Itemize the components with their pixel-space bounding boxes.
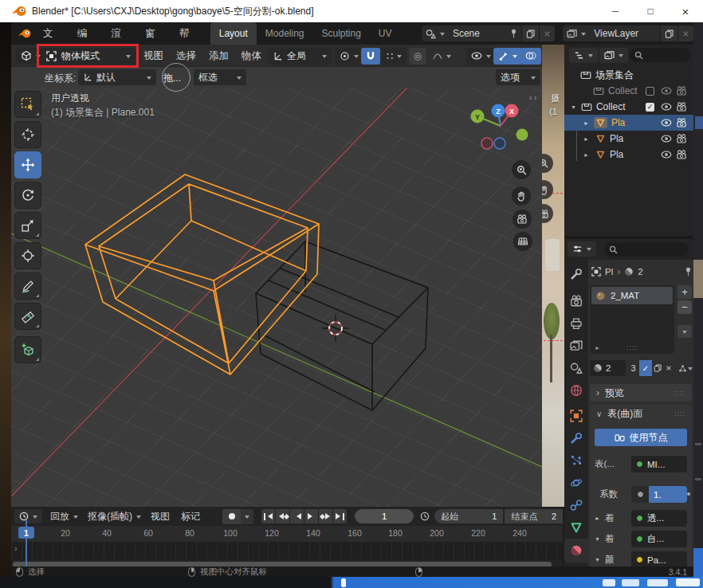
strip-zoom-button[interactable]	[542, 154, 553, 173]
strip-camera-button[interactable]	[542, 204, 553, 223]
ortho-toggle-button[interactable]	[513, 232, 532, 251]
menu-add[interactable]: 添加	[209, 49, 229, 63]
viewlayer-new-button[interactable]	[660, 25, 677, 41]
slot-remove-button[interactable]: −	[677, 300, 692, 314]
pan-button[interactable]	[512, 186, 531, 206]
expand-caret-icon[interactable]: ►	[583, 120, 589, 126]
exclude-checkbox[interactable]: ✓	[646, 103, 654, 112]
prev-keyframe-button[interactable]	[276, 509, 289, 523]
surface-shader-value[interactable]: MI...	[631, 456, 687, 472]
proportional-toggle[interactable]: ◎	[409, 48, 426, 65]
record-button[interactable]	[222, 509, 241, 524]
viewlayer-remove-button[interactable]	[677, 25, 693, 41]
panel-grip[interactable]: ::::	[674, 389, 685, 397]
outliner-row-collection[interactable]: ▼ Collect ✓	[564, 99, 693, 115]
fake-user-toggle[interactable]: ✓	[639, 360, 652, 376]
menu-window[interactable]: 窗口	[137, 22, 171, 45]
visibility-dropdown[interactable]	[466, 48, 496, 65]
next-keyframe-button[interactable]	[319, 509, 332, 523]
menu-view[interactable]: 视图	[151, 510, 170, 523]
slot-specials-button[interactable]	[677, 325, 692, 338]
camera-view-button[interactable]	[513, 210, 532, 229]
panel-preview-header[interactable]: › 预览 ::::	[590, 384, 692, 402]
eye-icon[interactable]	[661, 151, 672, 159]
breadcrumb-data[interactable]: 2	[638, 267, 642, 276]
tab-modifiers[interactable]	[570, 432, 583, 445]
box-select-dropdown[interactable]: 框选	[194, 69, 246, 85]
timeline-tracks[interactable]: ›	[11, 542, 563, 559]
unlink-material-button[interactable]	[664, 360, 674, 376]
current-frame-field[interactable]: 1	[355, 509, 414, 523]
camera-restrict-icon[interactable]	[676, 150, 687, 159]
gizmo-dropdown[interactable]	[493, 48, 522, 65]
playhead-badge[interactable]: 1	[18, 527, 34, 539]
coord-system-dropdown[interactable]: 默认	[78, 69, 156, 85]
maximize-button[interactable]: □	[633, 0, 668, 22]
secondary-viewport-strip[interactable]: 摄 (1	[542, 45, 564, 507]
close-button[interactable]: ×	[668, 0, 703, 22]
material-name-field[interactable]: 2	[590, 360, 626, 376]
exclude-checkbox[interactable]	[646, 87, 654, 96]
shader-value[interactable]: 透...	[631, 510, 687, 527]
menu-render[interactable]: 渲染	[104, 22, 138, 45]
tab-object-data[interactable]	[570, 521, 583, 534]
pin-icon[interactable]	[510, 29, 517, 38]
material-slot-item[interactable]: 2_MAT	[591, 287, 673, 304]
tab-output[interactable]	[570, 317, 583, 330]
tool-scale[interactable]	[14, 212, 41, 239]
viewlayer-browse-button[interactable]	[563, 25, 590, 41]
scene-browse-button[interactable]	[422, 25, 449, 41]
tab-material[interactable]	[570, 544, 583, 557]
use-nodes-button[interactable]: 使用节点	[595, 429, 687, 446]
menu-playback[interactable]: 回放	[50, 510, 78, 523]
expand-caret-icon[interactable]: ►	[595, 515, 600, 521]
menu-edit[interactable]: 编辑	[69, 22, 104, 45]
play-button[interactable]	[304, 509, 318, 523]
play-reverse-button[interactable]	[290, 509, 304, 523]
tab-particles[interactable]	[570, 454, 583, 467]
menu-help[interactable]: 帮助	[171, 22, 206, 45]
tool-measure[interactable]	[14, 303, 41, 330]
tab-physics[interactable]	[570, 476, 583, 489]
menu-file[interactable]: 文件	[35, 22, 69, 45]
drag-label[interactable]: 拖...	[163, 72, 181, 85]
expand-caret-icon[interactable]: ▼	[595, 557, 600, 563]
workspace-tab-modeling[interactable]: Modeling	[257, 22, 313, 45]
new-material-button[interactable]	[652, 360, 664, 376]
jump-to-end-button[interactable]	[333, 509, 347, 523]
timeline-ruler[interactable]: 20 40 60 80 100 120 140 160 180 200 220 …	[11, 526, 563, 542]
outliner-row-collection-excluded[interactable]: Collect	[564, 83, 693, 99]
menu-object[interactable]: 物体	[242, 49, 261, 63]
strip-pan-button[interactable]	[542, 180, 553, 199]
outliner-search-input[interactable]	[630, 48, 690, 62]
eye-icon[interactable]	[661, 135, 672, 143]
menu-select[interactable]: 选择	[176, 49, 196, 63]
tab-constraints[interactable]	[570, 499, 583, 512]
properties-editor-type-button[interactable]	[568, 241, 596, 257]
outliner-row-object[interactable]: ► Pla	[564, 147, 693, 163]
tab-tool[interactable]	[570, 268, 583, 280]
tab-render[interactable]	[570, 295, 583, 308]
camera-restrict-icon[interactable]	[676, 134, 687, 143]
tab-world[interactable]	[570, 384, 583, 397]
region-collapse-icon[interactable]: ‹›	[529, 92, 538, 102]
pivot-dropdown[interactable]	[335, 48, 363, 65]
falloff-dropdown[interactable]	[428, 48, 456, 65]
tool-transform[interactable]	[14, 242, 41, 269]
timeline-editor-type-button[interactable]	[14, 509, 42, 523]
expand-caret-icon[interactable]: ►	[595, 345, 600, 351]
channel-expander-icon[interactable]: ›	[14, 543, 18, 553]
resize-grip[interactable]: ::::	[626, 343, 638, 351]
orientation-dropdown[interactable]: 全局	[268, 48, 332, 65]
menu-markers[interactable]: 标记	[181, 510, 200, 523]
tab-scene[interactable]	[570, 362, 583, 374]
tab-viewlayer[interactable]	[570, 339, 583, 352]
material-ball-icon[interactable]	[624, 267, 634, 276]
tool-cursor[interactable]	[14, 121, 41, 148]
snap-with-dropdown[interactable]: ∷	[382, 48, 406, 65]
tool-select-box[interactable]	[14, 91, 41, 118]
eye-icon[interactable]	[661, 87, 672, 95]
minimize-button[interactable]: ─	[598, 0, 633, 22]
scene-name-field[interactable]: Scene	[449, 25, 521, 41]
tool-annotate[interactable]	[14, 272, 41, 300]
